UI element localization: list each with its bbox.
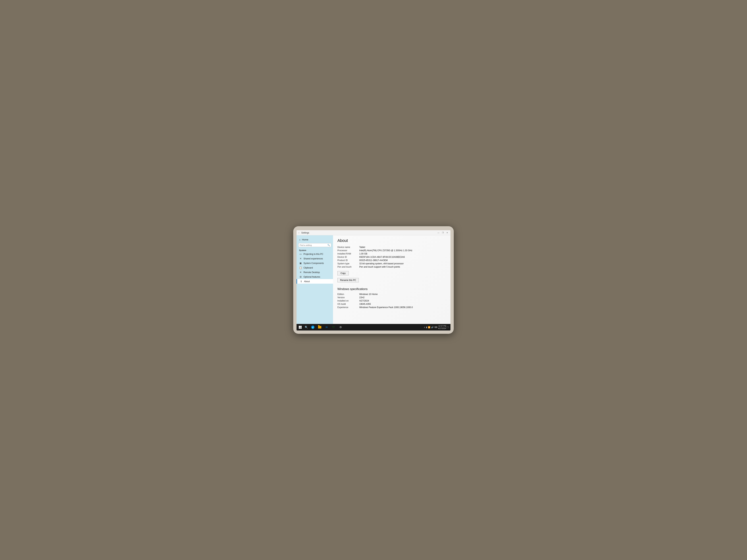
shield-taskbar-button[interactable]: 🛡 bbox=[331, 324, 337, 330]
remote-icon: ✕ bbox=[299, 271, 302, 274]
sidebar-item-remote[interactable]: ✕ Remote Desktop bbox=[297, 270, 333, 274]
pen-touch-value: Pen and touch support with 5 touch point… bbox=[359, 266, 446, 268]
product-id-value: 00325-85311-38917-AAOEM bbox=[359, 259, 446, 262]
os-build-label: OS build bbox=[337, 303, 359, 305]
edition-label: Edition bbox=[337, 293, 359, 295]
back-button[interactable]: ← bbox=[298, 232, 300, 234]
sidebar-item-label: Shared experiences bbox=[304, 258, 323, 260]
pen-touch-row: Pen and touch Pen and touch support with… bbox=[337, 265, 446, 268]
shared-icon: ✕ bbox=[299, 257, 302, 260]
sidebar-item-projecting[interactable]: ▭ Projecting to this PC bbox=[297, 252, 333, 256]
close-button[interactable]: ✕ bbox=[445, 231, 449, 234]
sidebar-item-label: Remote Desktop bbox=[304, 271, 320, 274]
device-name-row: Device name Tablet bbox=[337, 245, 446, 249]
windows-specs-table: Edition Windows 10 Home Version 22H2 Ins… bbox=[337, 293, 446, 309]
settings-taskbar-button[interactable]: ⚙ bbox=[337, 324, 343, 330]
main-content: ⌂ Home 🔍 System ▭ Projecting to this PC … bbox=[297, 235, 450, 324]
os-build-row: OS build 19045.4355 bbox=[337, 302, 446, 306]
sidebar-item-label: Optional features bbox=[304, 276, 320, 278]
tray-time-value: 12:57 PM bbox=[438, 325, 446, 327]
system-type-label: System type bbox=[337, 262, 359, 265]
restore-button[interactable]: ❐ bbox=[441, 231, 445, 234]
copy-button[interactable]: Copy bbox=[337, 271, 349, 275]
search-taskbar-button[interactable]: 🔍 bbox=[304, 324, 309, 330]
taskbar: 🔍 e ✉ 🛡 ⚙ ∧ ▮ 📶 🔊 ⌨ bbox=[297, 324, 450, 330]
edition-row: Edition Windows 10 Home bbox=[337, 293, 446, 296]
about-icon: ℹ bbox=[300, 280, 303, 283]
edge-taskbar-button[interactable]: e bbox=[310, 324, 316, 330]
installed-label: Installed on bbox=[337, 299, 359, 302]
device-name-value: Tablet bbox=[359, 246, 446, 248]
tray-chevron-icon[interactable]: ∧ bbox=[424, 326, 425, 328]
sidebar-item-shared[interactable]: ✕ Shared experiences bbox=[297, 256, 333, 261]
processor-value: Intel(R) Atom(TM) CPU Z3735G @ 1.33GHz 1… bbox=[359, 249, 446, 252]
system-type-value: 32-bit operating system, x64-based proce… bbox=[359, 262, 446, 265]
rename-button[interactable]: Rename this PC bbox=[337, 278, 359, 283]
settings-gear-icon: ⚙ bbox=[339, 326, 342, 329]
ram-label: Installed RAM bbox=[337, 252, 359, 255]
pen-touch-label: Pen and touch bbox=[337, 266, 359, 268]
device-id-label: Device ID bbox=[337, 256, 359, 258]
processor-label: Processor bbox=[337, 249, 359, 252]
optional-icon: ⊞ bbox=[299, 275, 302, 278]
tray-volume-icon[interactable]: 🔊 bbox=[431, 326, 434, 328]
page-title: About bbox=[337, 238, 446, 243]
tablet-device: ← Settings — ❐ ✕ ⌂ Home 🔍 Sy bbox=[293, 226, 454, 334]
search-icon: 🔍 bbox=[327, 244, 330, 246]
show-desktop-button[interactable]: □ bbox=[447, 326, 448, 329]
experience-label: Experience bbox=[337, 306, 359, 309]
edge-icon: e bbox=[311, 326, 314, 329]
device-info-table: Device name Tablet Processor Intel(R) At… bbox=[337, 245, 446, 268]
edition-value: Windows 10 Home bbox=[359, 293, 446, 295]
installed-row: Installed on 4/27/2024 bbox=[337, 299, 446, 302]
window-title: Settings bbox=[301, 232, 309, 234]
mail-taskbar-button[interactable]: ✉ bbox=[324, 324, 330, 330]
version-row: Version 22H2 bbox=[337, 296, 446, 299]
system-tray: ∧ ▮ 📶 🔊 ⌨ 12:57 PM 4/27/2024 □ bbox=[424, 325, 449, 329]
tray-clock: 12:57 PM 4/27/2024 bbox=[438, 325, 446, 329]
device-name-label: Device name bbox=[337, 246, 359, 248]
sidebar-home[interactable]: ⌂ Home bbox=[297, 237, 333, 242]
search-box[interactable]: 🔍 bbox=[299, 243, 331, 247]
components-icon: ▣ bbox=[299, 262, 302, 265]
shield-icon: 🛡 bbox=[332, 326, 335, 329]
sidebar: ⌂ Home 🔍 System ▭ Projecting to this PC … bbox=[297, 235, 333, 324]
experience-row: Experience Windows Feature Experience Pa… bbox=[337, 306, 446, 309]
processor-row: Processor Intel(R) Atom(TM) CPU Z3735G @… bbox=[337, 249, 446, 252]
sidebar-item-label: System Components bbox=[304, 262, 324, 265]
projecting-icon: ▭ bbox=[299, 252, 302, 256]
experience-value: Windows Feature Experience Pack 1000.190… bbox=[359, 306, 446, 309]
mail-icon: ✉ bbox=[326, 326, 328, 329]
sidebar-item-clipboard[interactable]: 📋 Clipboard bbox=[297, 265, 333, 270]
home-icon: ⌂ bbox=[299, 238, 301, 241]
sidebar-item-label: Projecting to this PC bbox=[304, 253, 323, 256]
start-button[interactable] bbox=[298, 325, 303, 330]
file-explorer-taskbar-button[interactable] bbox=[317, 324, 323, 330]
right-content: About Device name Tablet Processor Intel… bbox=[333, 235, 450, 324]
folder-icon bbox=[318, 326, 321, 328]
ram-row: Installed RAM 1.00 GB bbox=[337, 252, 446, 256]
sidebar-item-about[interactable]: ℹ About bbox=[297, 279, 333, 284]
tray-battery-icon: ▮ bbox=[426, 326, 427, 328]
tray-keyboard-icon: ⌨ bbox=[434, 326, 437, 328]
title-bar: ← Settings — ❐ ✕ bbox=[297, 230, 450, 235]
search-input[interactable] bbox=[300, 244, 327, 246]
os-build-value: 19045.4355 bbox=[359, 303, 446, 305]
product-id-label: Product ID bbox=[337, 259, 359, 262]
windows-specs-title: Windows specifications bbox=[337, 288, 446, 291]
minimize-button[interactable]: — bbox=[437, 231, 440, 234]
installed-value: 4/27/2024 bbox=[359, 299, 446, 302]
home-label: Home bbox=[302, 238, 308, 241]
version-label: Version bbox=[337, 296, 359, 299]
sidebar-item-components[interactable]: ▣ System Components bbox=[297, 261, 333, 265]
windows-icon bbox=[299, 326, 302, 329]
sidebar-item-label: About bbox=[304, 280, 310, 283]
device-id-value: 65E5F18A-1CDA-48A7-8F48-DC10A08EE3A6 bbox=[359, 256, 446, 258]
product-id-row: Product ID 00325-85311-38917-AAOEM bbox=[337, 259, 446, 262]
search-taskbar-icon: 🔍 bbox=[305, 326, 308, 329]
clipboard-icon: 📋 bbox=[299, 266, 302, 269]
sidebar-item-optional[interactable]: ⊞ Optional features bbox=[297, 274, 333, 279]
device-id-row: Device ID 65E5F18A-1CDA-48A7-8F48-DC10A0… bbox=[337, 256, 446, 259]
system-label: System bbox=[297, 248, 333, 252]
tablet-screen: ← Settings — ❐ ✕ ⌂ Home 🔍 Sy bbox=[297, 230, 450, 330]
